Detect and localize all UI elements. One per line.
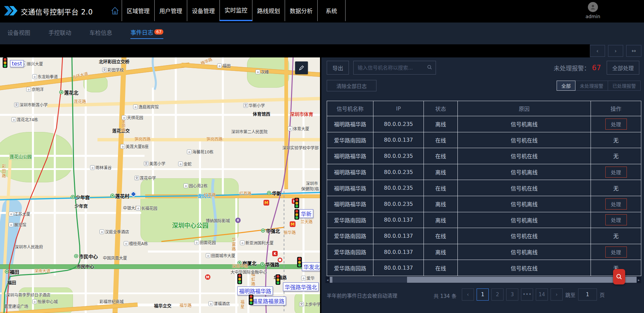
handle-button[interactable]: 处理	[605, 167, 627, 178]
page-button-14[interactable]: 14	[536, 288, 548, 301]
search-icon[interactable]	[427, 64, 432, 71]
clear-all-logs-button[interactable]: 清除全部日志	[327, 80, 376, 91]
poi-text: 展览馆	[14, 222, 26, 227]
signal-label-华新[interactable]: 华新	[299, 209, 313, 218]
handle-all-button[interactable]: 全部处理	[607, 61, 639, 75]
nav-item-6[interactable]: 数据分析	[285, 0, 317, 21]
traffic-light-icon[interactable]	[276, 274, 280, 285]
map-canvas[interactable]: 龙岗线 莲花北少年宫莲花村华新华强北市民中心岗厦北华强路福田少年宫市民中心福田体…	[0, 57, 320, 313]
scrollbar-thumb[interactable]	[332, 277, 407, 283]
layout-toolbar: ‹›↔	[590, 44, 644, 57]
nav-item-5[interactable]: 路线规划	[252, 0, 285, 21]
next-page-button[interactable]: ›	[551, 288, 563, 301]
traffic-light-icon[interactable]	[237, 274, 242, 284]
building-icon: ⌂	[240, 240, 245, 245]
search-input[interactable]	[357, 64, 427, 71]
nav-item-1[interactable]: 区域管理	[122, 0, 154, 21]
table-cell: 80.0.0.137	[373, 244, 424, 260]
nav-item-4[interactable]: 实时监控	[219, 0, 252, 21]
export-button[interactable]: 导出	[327, 61, 349, 75]
unhandled-alarm-count: 67	[592, 64, 601, 72]
area-label: 深圳中心公园	[172, 221, 208, 229]
collapse-left-button[interactable]: ‹	[590, 45, 605, 57]
prev-page-button[interactable]: ‹	[462, 288, 474, 301]
table-cell: 在线	[424, 260, 458, 276]
user-menu[interactable]: admin	[583, 1, 603, 19]
page-button-1[interactable]: 1	[477, 288, 489, 301]
traffic-light-icon[interactable]	[294, 209, 299, 220]
filter-1[interactable]: 全部	[557, 81, 575, 91]
table-row: 福明路福华路80.0.0.235离线信号机离线处理	[327, 196, 641, 212]
filter-3[interactable]: 已处理报警	[608, 81, 641, 91]
expand-button[interactable]: ↔	[626, 45, 641, 57]
table-cell: 信号机在线	[458, 260, 591, 276]
nav-item-3[interactable]: 设备管理	[187, 0, 219, 21]
building-icon: ⌂	[136, 206, 140, 211]
signal-label-华发北[interactable]: 华发北	[302, 262, 320, 271]
auto-clean-note: 半年前的事件日志会被自动清理	[327, 292, 397, 299]
tab-4[interactable]: 事件日志67	[130, 28, 163, 39]
page-button-3[interactable]: 3	[506, 288, 518, 301]
road-label: 红荔路	[204, 192, 216, 197]
building-icon: ⌂	[90, 165, 95, 170]
action-cell: 无	[591, 148, 641, 164]
signal-label-福明路福华路[interactable]: 福明路福华路	[237, 286, 273, 295]
handle-button[interactable]: 处理	[605, 198, 627, 210]
scrollbar-track[interactable]	[330, 277, 637, 283]
content-area: 龙岗线 莲花北少年宫莲花村华新华强北市民中心岗厦北华强路福田少年宫市民中心福田体…	[0, 57, 644, 313]
building-icon: ⌂	[194, 240, 199, 245]
page-button-2[interactable]: 2	[491, 288, 504, 301]
table-cell: 爱华路南园路	[327, 260, 373, 276]
poi-label: ⌂京明洋	[26, 86, 44, 92]
scroll-right-icon[interactable]: ▸	[637, 276, 641, 283]
poi-text: 田面城市大厦	[211, 253, 235, 258]
jump-page-input[interactable]	[578, 288, 597, 301]
road-label: 深南大道	[34, 268, 50, 273]
poi-label: ⌂逸庭阁宾馆	[133, 104, 159, 109]
nav-item-2[interactable]: 用户管理	[154, 0, 187, 21]
poi-label: ⌂展览馆	[9, 222, 26, 227]
handle-button[interactable]: 处理	[605, 214, 627, 225]
tab-2[interactable]: 手控联动	[48, 28, 71, 39]
handle-button[interactable]: 处理	[605, 119, 627, 130]
signal-label-test[interactable]: test	[10, 60, 24, 67]
filter-2[interactable]: 未处理报警	[575, 81, 608, 91]
traffic-light-icon[interactable]	[297, 257, 302, 267]
traffic-light-icon[interactable]	[249, 295, 253, 305]
traffic-light-icon[interactable]	[294, 198, 299, 208]
horizontal-scrollbar[interactable]: ◂ ▸	[325, 276, 641, 283]
table-cell: 爱华路南园路	[327, 228, 373, 244]
metro-station-icon	[260, 261, 265, 268]
station-name: 福田	[10, 268, 19, 275]
traffic-light-icon[interactable]	[3, 57, 7, 68]
nav-item-7[interactable]: 系统	[317, 0, 346, 21]
tab-3[interactable]: 车检信息	[89, 28, 112, 39]
poi-label: 博纳国际影城	[206, 218, 230, 223]
school-icon: 文	[243, 103, 248, 108]
poi-label: ⌂檀桂苑A栋	[124, 240, 148, 246]
scroll-left-icon[interactable]: ◂	[325, 276, 330, 283]
handle-button[interactable]: 处理	[605, 247, 627, 258]
collapse-right-button[interactable]: ›	[608, 45, 623, 57]
tab-1[interactable]: 设备视图	[7, 28, 30, 39]
table-cell: 信号机在线	[458, 148, 591, 164]
metro-entrance-icon: M	[205, 274, 210, 280]
table-cell: 福明路福华路	[327, 148, 373, 164]
jump-suffix: 页	[600, 291, 605, 298]
signal-label-华强路华强北[interactable]: 华强路华强北	[283, 282, 319, 291]
road-label: 福华路	[179, 302, 192, 308]
column-header: 信号机名称	[327, 101, 373, 116]
poi-label: ⌂雨林溪谷	[90, 165, 112, 170]
action-cell: 处理	[591, 212, 641, 228]
signal-label-福星路福景路[interactable]: 福星路福景路	[250, 297, 286, 305]
poi-label: ⌂江苏大厦	[9, 211, 30, 217]
table-row: 福明路福华路80.0.0.235离线信号机离线处理	[327, 116, 641, 132]
more-pages-button[interactable]: •••	[521, 288, 533, 301]
search-box[interactable]	[353, 61, 436, 75]
unhandled-alarm-status: 未处理报警： 67	[554, 61, 601, 75]
magnifier-fab-button[interactable]	[613, 269, 625, 284]
home-icon[interactable]	[108, 0, 122, 21]
tab-label: 事件日志	[130, 29, 153, 36]
poi-label: ⌂田面花园	[194, 239, 216, 245]
map-edit-button[interactable]	[295, 61, 308, 74]
